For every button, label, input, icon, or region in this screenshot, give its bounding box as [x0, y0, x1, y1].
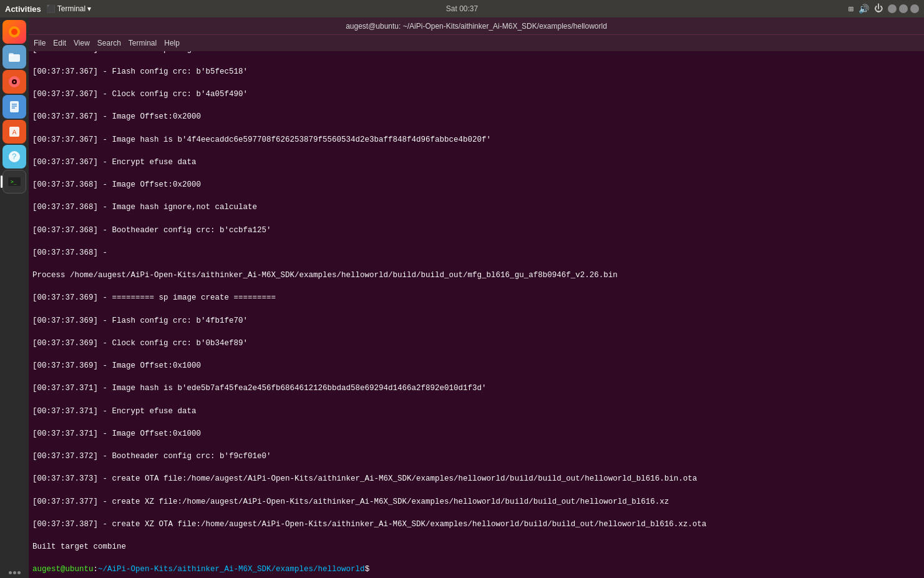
topbar-left: Activities ⬛ Terminal ▾ [5, 4, 91, 14]
prompt-path: ~/AiPi-Open-Kits/aithinker_Ai-M6X_SDK/ex… [98, 565, 365, 574]
sidebar-item-docs[interactable] [2, 95, 26, 119]
chevron-down-icon: ▾ [87, 4, 91, 13]
terminal-line: [00:37:37.371] - Image hash is b'ede5b7a… [32, 383, 920, 394]
svg-point-6 [14, 81, 16, 83]
menu-file[interactable]: File [34, 39, 46, 47]
terminal-line: [00:37:37.367] - ========= sp image crea… [32, 51, 920, 55]
terminal-line: [00:37:37.367] - Image Offset:0x2000 [32, 111, 920, 122]
topbar-right: ⊞ 🔊 ⏻ [849, 4, 919, 14]
dot2 [13, 571, 16, 574]
network-icon[interactable]: ⊞ [849, 4, 853, 14]
sidebar-item-firefox[interactable] [2, 20, 26, 44]
menu-help[interactable]: Help [164, 39, 180, 47]
terminal-line: [00:37:37.367] - Encrypt efuse data [32, 157, 920, 168]
terminal-title: augest@ubuntu: ~/AiPi-Open-Kits/aithinke… [346, 22, 607, 31]
svg-rect-3 [9, 53, 14, 56]
svg-point-1 [11, 29, 17, 35]
sidebar-item-terminal[interactable]: >_ [2, 170, 26, 193]
terminal-line: [00:37:37.368] - Bootheader config crc: … [32, 225, 920, 236]
svg-text:?: ? [12, 152, 17, 162]
topbar-clock: Sat 00:37 [446, 4, 478, 13]
sidebar-item-help[interactable]: ? [2, 145, 26, 169]
sidebar-dots [9, 571, 21, 574]
terminal-window: augest@ubuntu: ~/AiPi-Open-Kits/aithinke… [29, 17, 924, 578]
terminal-line: Process /home/augest/AiPi-Open-Kits/aith… [32, 270, 920, 281]
minimize-button[interactable] [888, 4, 897, 13]
terminal-icon-small: ⬛ [46, 4, 56, 13]
menu-edit[interactable]: Edit [53, 39, 66, 47]
terminal-line: [00:37:37.373] - create OTA file:/home/a… [32, 473, 920, 484]
terminal-line: [00:37:37.371] - Encrypt efuse data [32, 406, 920, 417]
terminal-line: [00:37:37.377] - create XZ file:/home/au… [32, 496, 920, 507]
terminal-prompt: augest@ubuntu:~/AiPi-Open-Kits/aithinker… [32, 564, 920, 575]
main-content: A ? >_ augest@ubuntu: ~/AiPi-Open-Kits/a… [0, 17, 924, 578]
terminal-line: [00:37:37.369] - Flash config crc: b'4fb… [32, 315, 920, 326]
menu-terminal[interactable]: Terminal [129, 39, 157, 47]
dot1 [9, 571, 12, 574]
terminal-output[interactable]: -- [register library : std], path:/home/… [29, 51, 924, 578]
terminal-line: [00:37:37.368] - Image hash ignore,not c… [32, 202, 920, 213]
terminal-line: [00:37:37.369] - ========= sp image crea… [32, 292, 920, 303]
activities-label[interactable]: Activities [5, 4, 41, 14]
terminal-line: [00:37:37.367] - Image hash is b'4f4eeca… [32, 134, 920, 145]
sound-icon[interactable]: 🔊 [858, 4, 869, 14]
terminal-line: [00:37:37.387] - create XZ OTA file:/hom… [32, 519, 920, 530]
close-button[interactable] [910, 4, 919, 13]
prompt-user: augest@ubuntu [32, 565, 94, 574]
terminal-line: [00:37:37.368] - Image Offset:0x2000 [32, 179, 920, 190]
sidebar-bottom [9, 571, 21, 574]
svg-text:>_: >_ [11, 179, 17, 185]
terminal-menubar: File Edit View Search Terminal Help [29, 35, 924, 51]
dot3 [17, 571, 21, 574]
terminal-line: [00:37:37.372] - Bootheader config crc: … [32, 451, 920, 462]
sidebar-item-files[interactable] [2, 45, 26, 69]
terminal-line: [00:37:37.367] - Clock config crc: b'4a0… [32, 89, 920, 100]
svg-rect-7 [10, 101, 19, 112]
terminal-app-button[interactable]: ⬛ Terminal ▾ [46, 4, 91, 13]
terminal-line: [00:37:37.367] - Flash config crc: b'b5f… [32, 66, 920, 77]
sidebar-item-music[interactable] [2, 70, 26, 94]
terminal-line: Built target combine [32, 541, 920, 552]
topbar: Activities ⬛ Terminal ▾ Sat 00:37 ⊞ 🔊 ⏻ [0, 0, 924, 17]
sidebar: A ? >_ [0, 17, 29, 578]
window-controls [888, 4, 919, 13]
maximize-button[interactable] [899, 4, 908, 13]
terminal-line: [00:37:37.369] - Image Offset:0x1000 [32, 360, 920, 371]
terminal-line: [00:37:37.371] - Image Offset:0x1000 [32, 428, 920, 439]
terminal-line: [00:37:37.369] - Clock config crc: b'0b3… [32, 338, 920, 349]
power-icon[interactable]: ⏻ [874, 4, 883, 14]
svg-text:A: A [12, 129, 17, 136]
menu-view[interactable]: View [74, 39, 90, 47]
terminal-line: [00:37:37.368] - [32, 247, 920, 258]
menu-search[interactable]: Search [97, 39, 121, 47]
sidebar-item-packages[interactable]: A [2, 120, 26, 144]
